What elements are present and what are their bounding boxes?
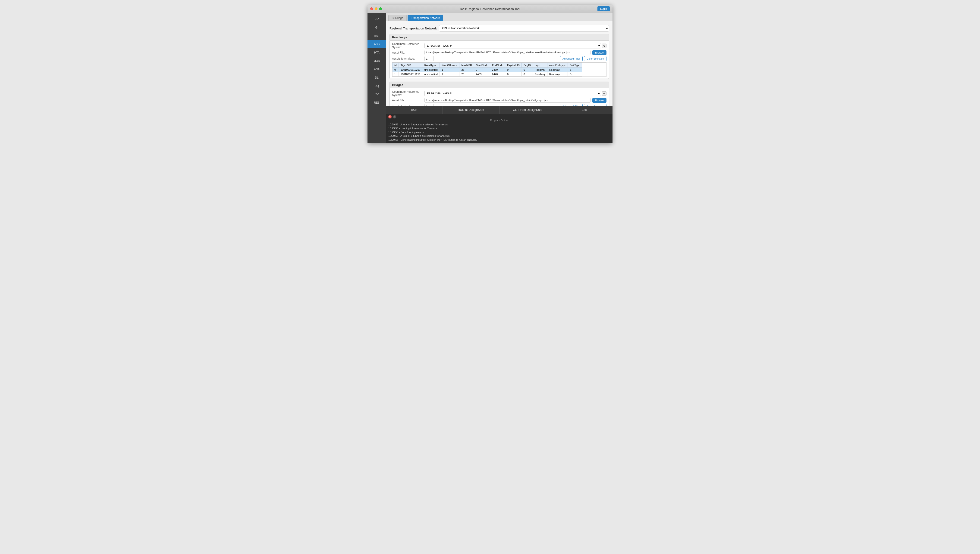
roadways-table-row[interactable]: 111010936312211unclassified1252439244000… [393, 72, 582, 77]
roadways-col-segid: SegID [522, 63, 533, 68]
sidebar-item-uq[interactable]: UQ [368, 82, 386, 90]
bridges-crs-select[interactable]: EPSG:4326 - WGS 84 [425, 91, 601, 96]
sidebar-item-viz[interactable]: VIZ [368, 15, 386, 23]
roadways-file-label: Asset File: [392, 51, 425, 54]
roadways-col-type: type [533, 63, 547, 68]
output-line-4: 10:29:56 - A total of 1 tunnels are sele… [388, 134, 610, 138]
get-designsafe-button[interactable]: GET from DesignSafe [500, 106, 556, 114]
program-output-panel: ✕ ○ Program Output 10:29:56 - A total of… [386, 114, 612, 143]
bridges-file-input[interactable] [425, 98, 590, 103]
roadways-section: Roadways Coordinate Reference System: EP… [390, 34, 609, 79]
bridges-filter-row: Assets to Analyze: Advanced Filter Clear… [392, 104, 606, 106]
roadways-title: Roadways [392, 35, 407, 39]
run-button[interactable]: RUN [386, 106, 443, 114]
roadways-filter-buttons: Advanced Filter Clear Selection [560, 56, 606, 61]
roadways-col-numoflanes: NumOfLanes [439, 63, 459, 68]
roadways-header: Roadways [390, 34, 609, 41]
network-dropdown[interactable]: GIS to Transportation Network [439, 25, 609, 32]
roadways-assets-input[interactable] [425, 56, 434, 61]
bridges-advanced-filter-button[interactable]: Advanced Filter [560, 104, 582, 106]
output-line-5: 10:29:58 - Done loading input file. Clic… [388, 138, 610, 142]
roadways-col-tigeroID: TigerOID [399, 63, 422, 68]
roadways-clear-selection-button[interactable]: Clear Selection [584, 56, 606, 61]
output-clear-icon[interactable]: ○ [393, 115, 396, 118]
bridges-assets-input[interactable] [425, 104, 434, 106]
roadways-file-row: Asset File: Browse [392, 50, 606, 55]
tab-transportation[interactable]: Transportation Network [407, 15, 443, 21]
roadways-body: Coordinate Reference System: EPSG:4326 -… [390, 41, 609, 79]
roadways-col-endnode: EndNode [490, 63, 505, 68]
close-button[interactable] [370, 7, 373, 10]
sidebar-item-ana[interactable]: ANA [368, 65, 386, 73]
roadways-filter-row: Assets to Analyze: Advanced Filter Clear… [392, 56, 606, 61]
bottom-bar: RUN RUN at DesignSafe GET from DesignSaf… [386, 106, 612, 114]
sidebar-item-rv[interactable]: RV [368, 90, 386, 98]
roadways-crs-select[interactable]: EPSG:4326 - WGS 84 [425, 43, 601, 48]
exit-button[interactable]: Exit [556, 106, 612, 114]
traffic-lights [370, 7, 382, 10]
roadways-col-explodeid: ExplodeID [505, 63, 522, 68]
bridges-body: Coordinate Reference System: EPSG:4326 -… [390, 88, 609, 106]
output-line-3: 10:29:56 - Done loading assets [388, 130, 610, 134]
sidebar-item-asd[interactable]: ASD [368, 40, 386, 48]
output-line-1: 10:29:56 - A total of 1 roads are select… [388, 123, 610, 126]
window-title: R2D: Regional Resilience Determination T… [460, 7, 520, 11]
content-area: Regional Transportation Network GIS to T… [386, 21, 612, 106]
maximize-button[interactable] [379, 7, 382, 10]
bridges-crs-icon[interactable]: ⊕ [602, 91, 606, 96]
login-button[interactable]: Login [597, 6, 610, 11]
roadways-table-wrapper: id TigerOID RoadType NumOfLanes MaxMPH S… [392, 62, 606, 77]
bridges-header: Bridges [390, 81, 609, 88]
bridges-browse-button[interactable]: Browse [592, 98, 606, 103]
roadways-col-assetsubtype: assetSubtype [547, 63, 568, 68]
sidebar-item-haz[interactable]: HAZ [368, 32, 386, 40]
main-content: Buildings Transportation Network Regiona… [386, 13, 612, 143]
roadways-col-id: id [393, 63, 399, 68]
bridges-crs-label: Coordinate Reference System: [392, 90, 425, 97]
roadways-advanced-filter-button[interactable]: Advanced Filter [560, 56, 582, 61]
roadways-col-maxmph: MaxMPH [460, 63, 474, 68]
bridges-title: Bridges [392, 83, 403, 87]
minimize-button[interactable] [375, 7, 377, 10]
roadways-browse-button[interactable]: Browse [592, 50, 606, 55]
output-close-icon[interactable]: ✕ [388, 115, 391, 118]
output-header: Program Output [388, 119, 610, 122]
output-icons: ✕ ○ [388, 115, 610, 118]
roadways-col-roadtype: RoadType [422, 63, 439, 68]
run-designsafe-button[interactable]: RUN at DesignSafe [443, 106, 500, 114]
roadways-table-row[interactable]: 011010936312211unclassified1250243900Roa… [393, 68, 582, 72]
title-bar: R2D: Regional Resilience Determination T… [368, 5, 612, 13]
roadways-file-input[interactable] [425, 50, 590, 55]
bridges-file-label: Asset File: [392, 99, 425, 102]
bridges-file-row: Asset File: Browse [392, 98, 606, 103]
tab-buildings[interactable]: Buildings [388, 15, 407, 21]
network-selector-label: Regional Transportation Network [390, 27, 437, 30]
roadways-crs-icon[interactable]: ⊕ [602, 43, 606, 48]
roadways-assets-label: Assets to Analyze: [392, 57, 425, 60]
sidebar-item-hta[interactable]: HTA [368, 49, 386, 57]
bridges-clear-selection-button[interactable]: Clear Selection [584, 104, 606, 106]
sidebar: VIZ GI HAZ ASD HTA MOD ANA DL UQ RV RES [368, 13, 386, 143]
sidebar-item-res[interactable]: RES [368, 99, 386, 107]
sub-tabs-bar: Buildings Transportation Network [386, 13, 612, 21]
bridges-section: Bridges Coordinate Reference System: EPS… [390, 81, 609, 106]
output-line-2: 10:29:56 - Loading information for 2 ass… [388, 126, 610, 130]
sidebar-item-dl[interactable]: DL [368, 74, 386, 81]
roadways-table: id TigerOID RoadType NumOfLanes MaxMPH S… [392, 62, 606, 77]
roadways-crs-row: Coordinate Reference System: EPSG:4326 -… [392, 42, 606, 49]
sidebar-item-gi[interactable]: GI [368, 24, 386, 32]
network-selector-row: Regional Transportation Network GIS to T… [390, 24, 609, 34]
roadways-col-soiltype: SoilType [568, 63, 582, 68]
roadways-table-header-row: id TigerOID RoadType NumOfLanes MaxMPH S… [393, 63, 582, 68]
bridges-crs-row: Coordinate Reference System: EPSG:4326 -… [392, 90, 606, 97]
sidebar-item-mod[interactable]: MOD [368, 57, 386, 65]
bridges-filter-buttons: Advanced Filter Clear Selection [560, 104, 606, 106]
roadways-crs-label: Coordinate Reference System: [392, 42, 425, 49]
roadways-col-startnode: StartNode [474, 63, 490, 68]
